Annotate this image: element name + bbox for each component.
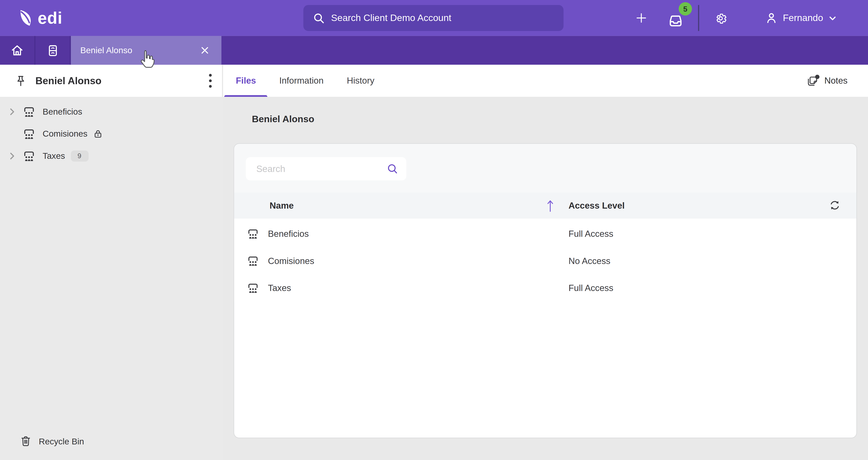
inbox-tray-icon xyxy=(668,13,683,28)
main-panel: Beniel Alonso Search Name xyxy=(223,97,868,460)
chevron-down-icon xyxy=(828,13,837,23)
chevron-right-icon[interactable] xyxy=(7,107,17,116)
table-row-taxes[interactable]: Taxes Full Access xyxy=(234,274,857,302)
header-divider xyxy=(698,5,699,31)
kebab-menu-icon xyxy=(209,74,212,88)
sidebar-header: Beniel Alonso xyxy=(0,65,223,97)
sidebar-item-taxes[interactable]: Taxes 9 xyxy=(0,145,223,167)
gear-icon xyxy=(714,11,727,25)
chevron-right-icon[interactable] xyxy=(7,152,17,160)
main-tabs: Files Information History xyxy=(223,65,386,97)
notes-label: Notes xyxy=(825,76,847,86)
notification-count-badge[interactable]: 5 xyxy=(679,2,692,15)
count-badge: 9 xyxy=(71,151,88,162)
row-name: Beneficios xyxy=(268,229,309,239)
file-cabinet-button[interactable] xyxy=(35,36,71,65)
refresh-button[interactable] xyxy=(829,200,840,211)
recycle-bin-label: Recycle Bin xyxy=(39,436,84,447)
logo-text: edi xyxy=(38,9,62,27)
row-access-level: No Access xyxy=(568,256,610,266)
sidebar-item-label: Comisiones xyxy=(42,129,88,139)
document-tab-strip: Beniel Alonso xyxy=(0,36,868,65)
home-icon xyxy=(10,44,24,57)
application-window: edi Search Client Demo Account xyxy=(0,0,868,460)
user-name: Fernando xyxy=(783,12,823,23)
refresh-icon xyxy=(829,200,840,211)
sidebar-item-label: Taxes xyxy=(42,151,65,161)
close-tab-button[interactable] xyxy=(201,46,209,54)
global-search-placeholder: Search Client Demo Account xyxy=(331,12,451,23)
page-title: Beniel Alonso xyxy=(252,114,314,125)
card-toolbar: Search xyxy=(234,144,857,192)
file-cabinet-icon xyxy=(46,44,59,57)
group-icon xyxy=(22,149,36,163)
plus-icon xyxy=(635,11,648,24)
table-row-comisiones[interactable]: Comisiones No Access xyxy=(234,248,857,274)
app-header: edi Search Client Demo Account xyxy=(0,0,868,36)
group-icon xyxy=(22,105,36,119)
sidebar-item-beneficios[interactable]: Beneficios xyxy=(0,101,223,123)
group-icon xyxy=(246,282,259,295)
card-search-input[interactable]: Search xyxy=(246,157,406,180)
home-button[interactable] xyxy=(0,36,35,65)
tab-information[interactable]: Information xyxy=(268,65,335,97)
leaf-logo-icon xyxy=(19,9,34,27)
group-icon xyxy=(22,127,36,141)
add-button[interactable] xyxy=(635,11,648,24)
pin-icon[interactable] xyxy=(16,75,26,87)
column-header-access-level[interactable]: Access Level xyxy=(568,201,625,210)
notes-icon xyxy=(806,74,820,87)
sidebar-menu-button[interactable] xyxy=(207,71,214,90)
section-header-strip: Beniel Alonso Files Information History xyxy=(0,65,868,97)
person-icon xyxy=(765,11,778,24)
trash-icon xyxy=(21,436,31,447)
row-name: Comisiones xyxy=(268,256,314,266)
row-access-level: Full Access xyxy=(568,229,613,239)
search-icon[interactable] xyxy=(386,162,399,175)
card-search-placeholder: Search xyxy=(256,164,386,174)
notes-button[interactable]: Notes xyxy=(803,65,851,97)
user-menu[interactable]: Fernando xyxy=(765,0,837,36)
document-tab-label: Beniel Alonso xyxy=(80,45,132,56)
row-name: Taxes xyxy=(268,283,291,293)
app-logo[interactable]: edi xyxy=(19,9,62,27)
files-card: Search Name xyxy=(234,143,857,438)
sidebar-item-label: Beneficios xyxy=(42,107,82,117)
row-access-level: Full Access xyxy=(568,283,613,293)
recycle-bin-button[interactable]: Recycle Bin xyxy=(17,435,88,448)
lock-icon xyxy=(93,129,103,139)
notifications-button[interactable] xyxy=(668,13,683,28)
search-icon xyxy=(313,12,325,24)
column-header-name[interactable]: Name xyxy=(270,201,294,210)
group-icon xyxy=(246,254,259,267)
table-header-row: Name Access Level xyxy=(234,193,857,219)
document-tab-beniel-alonso[interactable]: Beniel Alonso xyxy=(71,36,221,65)
tab-history[interactable]: History xyxy=(335,65,386,97)
table-body: Beneficios Full Access xyxy=(234,219,857,302)
sidebar-title: Beniel Alonso xyxy=(35,75,101,87)
content-area: Beneficios Comisiones xyxy=(0,97,868,460)
close-icon xyxy=(201,46,209,54)
sidebar: Beneficios Comisiones xyxy=(0,97,223,460)
table-row-beneficios[interactable]: Beneficios Full Access xyxy=(234,220,857,248)
tab-files[interactable]: Files xyxy=(224,65,268,97)
group-icon xyxy=(246,227,259,240)
settings-button[interactable] xyxy=(714,11,727,25)
global-search-input[interactable]: Search Client Demo Account xyxy=(303,5,563,31)
sidebar-item-comisiones[interactable]: Comisiones xyxy=(0,123,223,145)
sort-arrow-up-icon[interactable] xyxy=(547,199,554,213)
